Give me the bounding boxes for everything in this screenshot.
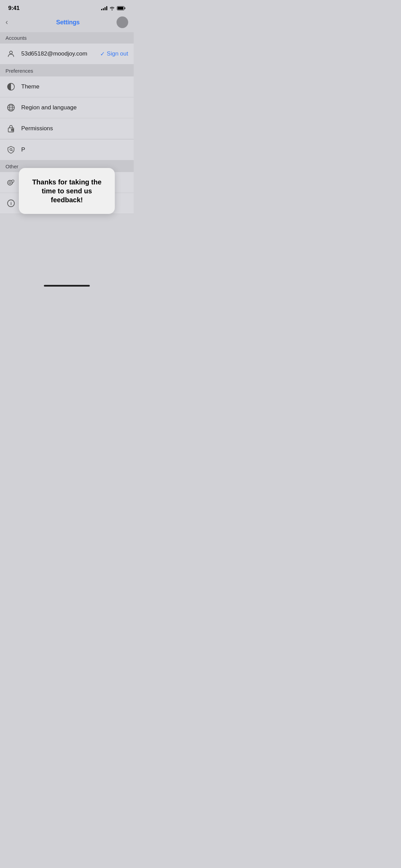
privacy-label: P xyxy=(21,146,128,153)
privacy-icon xyxy=(5,144,16,155)
permissions-icon: ! xyxy=(5,123,16,134)
list-item-theme[interactable]: Theme xyxy=(0,76,134,97)
sign-out-action[interactable]: ✓ Sign out xyxy=(100,50,128,58)
svg-rect-1 xyxy=(125,8,125,9)
account-icon xyxy=(5,48,16,59)
feedback-icon xyxy=(5,177,16,188)
account-email-label: 53d65182@moodjoy.com xyxy=(21,50,100,57)
about-icon: i xyxy=(5,198,16,209)
section-header-accounts: Accounts xyxy=(0,32,134,44)
status-bar: 9:41 xyxy=(0,0,134,14)
svg-point-16 xyxy=(9,182,11,184)
check-icon: ✓ xyxy=(100,50,105,58)
wifi-icon xyxy=(109,6,115,10)
sign-out-button[interactable]: Sign out xyxy=(107,50,128,57)
back-button[interactable]: ‹ xyxy=(5,18,19,27)
svg-text:!: ! xyxy=(12,129,13,131)
svg-point-15 xyxy=(8,180,12,185)
list-item-privacy[interactable]: P xyxy=(0,139,134,160)
svg-point-17 xyxy=(12,183,13,184)
region-icon xyxy=(5,102,16,113)
svg-point-3 xyxy=(10,51,12,54)
battery-icon xyxy=(117,6,125,10)
avatar[interactable] xyxy=(117,16,128,28)
list-item-account[interactable]: 53d65182@moodjoy.com ✓ Sign out xyxy=(0,44,134,64)
permissions-label: Permissions xyxy=(21,125,128,132)
region-label: Region and language xyxy=(21,104,128,111)
home-indicator xyxy=(44,285,90,287)
status-icons xyxy=(101,6,125,10)
toast-message: Thanks for taking the time to send us fe… xyxy=(32,178,101,204)
svg-rect-2 xyxy=(118,7,123,10)
svg-line-14 xyxy=(12,150,13,151)
nav-bar: ‹ Settings xyxy=(0,14,134,32)
page-title: Settings xyxy=(56,19,80,26)
section-header-preferences: Preferences xyxy=(0,65,134,76)
status-time: 9:41 xyxy=(8,5,20,12)
svg-text:i: i xyxy=(11,201,12,206)
toast: Thanks for taking the time to send us fe… xyxy=(19,168,115,214)
theme-icon xyxy=(5,81,16,92)
list-item-region[interactable]: Region and language xyxy=(0,97,134,118)
theme-label: Theme xyxy=(21,83,128,90)
signal-icon xyxy=(101,6,107,10)
list-item-permissions[interactable]: ! Permissions xyxy=(0,118,134,139)
